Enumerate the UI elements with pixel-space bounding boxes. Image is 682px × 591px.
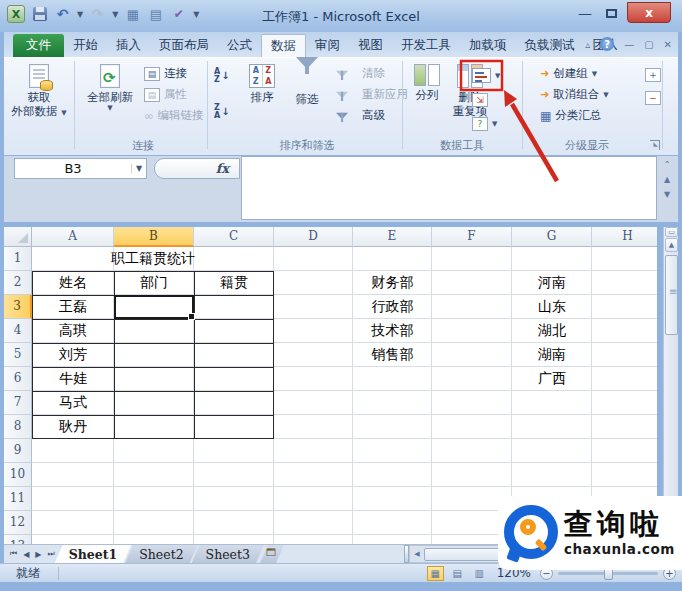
sheet-nav-buttons[interactable]: ⏮ ◀ ▶ ⏭ xyxy=(4,545,61,563)
prev-sheet-icon[interactable]: ◀ xyxy=(21,550,31,559)
cell-E2[interactable]: 财务部 xyxy=(353,271,432,295)
tab-负载测试[interactable]: 负载测试 xyxy=(516,34,584,57)
tab-开发工具[interactable]: 开发工具 xyxy=(392,34,460,57)
collapse-formula-bar-icon[interactable]: ⌃ xyxy=(664,160,671,169)
scroll-left-button[interactable]: ◀ xyxy=(410,550,424,558)
restore-button[interactable] xyxy=(600,4,622,22)
column-header-G[interactable]: G xyxy=(512,227,592,247)
cell-A8[interactable]: 耿丹 xyxy=(32,415,114,439)
cell-A1[interactable]: 职工籍贯统计 xyxy=(32,247,274,271)
cell-G3[interactable]: 山东 xyxy=(512,295,592,319)
subtotal-button[interactable]: ▦ 分类汇总 xyxy=(540,106,601,125)
column-header-A[interactable]: A xyxy=(32,227,114,247)
cell-A2[interactable]: 姓名 xyxy=(32,271,114,295)
formula-input[interactable] xyxy=(241,156,657,220)
name-box-dropdown-icon[interactable]: ▼ xyxy=(131,164,146,173)
vertical-scroll-thumb[interactable] xyxy=(665,255,678,335)
refresh-all-button[interactable]: ⟳ 全部刷新 ▼ xyxy=(80,61,140,137)
cell-A5[interactable]: 刘芳 xyxy=(32,343,114,367)
tab-页面布局[interactable]: 页面布局 xyxy=(150,34,218,57)
page-layout-view-button[interactable]: ▤ xyxy=(449,566,466,581)
page-break-view-button[interactable]: ▥ xyxy=(471,566,488,581)
cell-G5[interactable]: 湖南 xyxy=(512,343,592,367)
outline-dialog-launcher-icon[interactable] xyxy=(650,140,660,150)
collapse-ribbon-icon[interactable]: ▵ xyxy=(585,39,590,50)
row-header-6[interactable]: 6 xyxy=(4,367,32,391)
normal-view-button[interactable]: ▦ xyxy=(427,566,444,581)
formula-scroll-up-icon[interactable]: ▲ xyxy=(664,175,670,184)
scroll-up-button[interactable]: ▲ xyxy=(665,238,678,252)
column-header-B[interactable]: B xyxy=(114,227,194,247)
column-header-F[interactable]: F xyxy=(432,227,512,247)
row-header-9[interactable]: 9 xyxy=(4,439,32,463)
cell-E5[interactable]: 销售部 xyxy=(353,343,432,367)
sort-button[interactable]: AZZA 排序 xyxy=(240,61,284,137)
tab-插入[interactable]: 插入 xyxy=(107,34,150,57)
tab-视图[interactable]: 视图 xyxy=(349,34,392,57)
row-header-12[interactable]: 12 xyxy=(4,511,32,535)
row-header-5[interactable]: 5 xyxy=(4,343,32,367)
column-header-H[interactable]: H xyxy=(592,227,657,247)
cell-A3[interactable]: 王磊 xyxy=(32,295,114,319)
doc-minimize-icon[interactable]: — xyxy=(624,39,634,50)
hide-detail-button[interactable]: − xyxy=(645,88,661,107)
cell-C2[interactable]: 籍贯 xyxy=(194,271,274,295)
column-header-E[interactable]: E xyxy=(353,227,432,247)
row-header-3[interactable]: 3 xyxy=(4,295,32,319)
cell-E4[interactable]: 技术部 xyxy=(353,319,432,343)
formula-scroll-down-icon[interactable]: ▼ xyxy=(664,190,670,199)
row-header-1[interactable]: 1 xyxy=(4,247,32,271)
doc-close-icon[interactable]: ✕ xyxy=(664,39,672,50)
row-header-4[interactable]: 4 xyxy=(4,319,32,343)
row-header-8[interactable]: 8 xyxy=(4,415,32,439)
cell-A7[interactable]: 马式 xyxy=(32,391,114,415)
tab-审阅[interactable]: 审阅 xyxy=(306,34,349,57)
help-icon[interactable]: ? xyxy=(600,37,614,51)
cell-G2[interactable]: 河南 xyxy=(512,271,592,295)
minimize-button[interactable]: — xyxy=(574,4,596,22)
first-sheet-icon[interactable]: ⏮ xyxy=(8,549,19,559)
ungroup-button[interactable]: ➜ 取消组合▼ xyxy=(540,85,609,104)
column-header-C[interactable]: C xyxy=(194,227,274,247)
tab-开始[interactable]: 开始 xyxy=(64,34,107,57)
advanced-filter-button[interactable]: 高级 xyxy=(336,106,385,125)
show-detail-button[interactable]: + xyxy=(645,65,661,84)
next-sheet-icon[interactable]: ▶ xyxy=(33,550,43,559)
connections-button[interactable]: ▤ 连接 xyxy=(144,64,187,83)
select-all-corner[interactable] xyxy=(4,227,32,247)
cell-G6[interactable]: 广西 xyxy=(512,367,592,391)
split-box[interactable]: ▭ xyxy=(665,227,678,237)
sheet-tab-Sheet1[interactable]: Sheet1 xyxy=(55,545,132,563)
sort-ascending-button[interactable]: AZ↓ xyxy=(214,66,234,85)
tab-公式[interactable]: 公式 xyxy=(218,34,261,57)
horizontal-scroll-thumb[interactable] xyxy=(424,548,502,561)
cell-A6[interactable]: 牛娃 xyxy=(32,367,114,391)
data-validation-button[interactable]: ▼ xyxy=(472,66,500,85)
close-button[interactable]: x xyxy=(627,2,671,23)
zoom-slider[interactable] xyxy=(558,572,658,575)
filter-button[interactable]: 筛选 xyxy=(285,61,329,137)
row-header-2[interactable]: 2 xyxy=(4,271,32,295)
get-external-data-button[interactable]: 获取 外部数据 ▼ xyxy=(9,61,69,137)
cell-B2[interactable]: 部门 xyxy=(114,271,194,295)
insert-function-button[interactable]: fx xyxy=(154,158,240,179)
sheet-tab-Sheet3[interactable]: Sheet3 xyxy=(192,545,264,563)
last-sheet-icon[interactable]: ⏭ xyxy=(46,549,57,559)
sort-descending-button[interactable]: ZA↓ xyxy=(214,102,234,121)
cell-A4[interactable]: 高琪 xyxy=(32,319,114,343)
what-if-analysis-button[interactable]: ? ▼ xyxy=(472,114,497,133)
row-header-7[interactable]: 7 xyxy=(4,391,32,415)
text-to-columns-button[interactable]: 分列 xyxy=(406,61,448,137)
name-box[interactable]: B3 ▼ xyxy=(14,158,147,179)
create-group-button[interactable]: ➜ 创建组▼ xyxy=(540,64,597,83)
doc-restore-icon[interactable]: ▢ xyxy=(644,39,653,50)
row-header-11[interactable]: 11 xyxy=(4,487,32,511)
column-header-D[interactable]: D xyxy=(274,227,353,247)
cell-E3[interactable]: 行政部 xyxy=(353,295,432,319)
tab-加载项[interactable]: 加载项 xyxy=(460,34,516,57)
consolidate-button[interactable]: ⇲ xyxy=(472,90,488,109)
tab-file[interactable]: 文件 xyxy=(13,34,64,57)
tab-数据[interactable]: 数据 xyxy=(261,34,306,57)
row-header-10[interactable]: 10 xyxy=(4,463,32,487)
sheet-tab-Sheet2[interactable]: Sheet2 xyxy=(125,545,197,563)
